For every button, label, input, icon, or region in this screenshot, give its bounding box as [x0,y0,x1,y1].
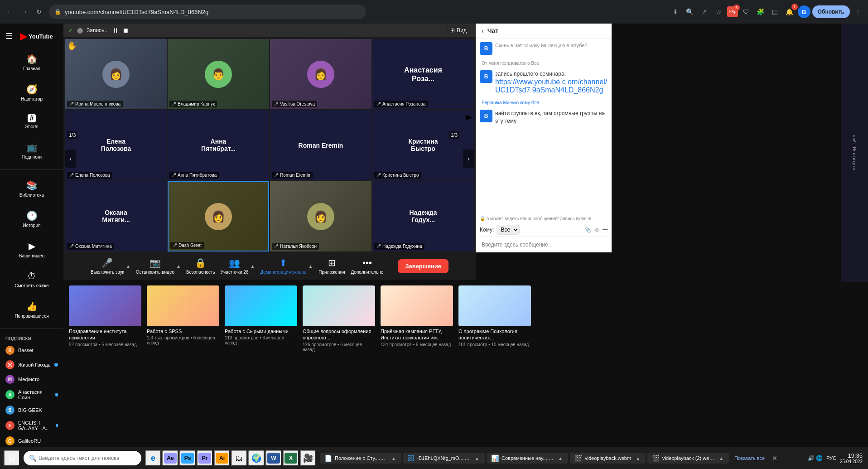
sidebar-item-library[interactable]: 📚 Библиотека [0,174,63,204]
dl-caret-5-icon[interactable]: ▲ [719,456,723,461]
taskbar-zoom-button[interactable]: 🎥 [300,450,316,466]
taskbar-chrome-button[interactable]: 🌍 [248,450,265,466]
star-icon[interactable]: ☆ [713,5,725,18]
play-icon[interactable]: ▶ [466,112,472,122]
start-button[interactable]: ⊞ [4,450,20,466]
to-select[interactable]: Все [497,225,520,235]
sidebar-item-navigator[interactable]: 🧭 Навигатор [0,77,63,108]
taskbar-ai-button[interactable]: Ai [214,450,230,466]
chat-input[interactable] [480,240,608,250]
participants-button[interactable]: 👥 Участники 26 [221,257,249,275]
dl-caret-2-icon[interactable]: ▲ [475,456,479,461]
pagination-left-button[interactable]: ‹ [65,150,76,168]
refresh-button[interactable]: ↻ [33,5,45,18]
yt-video-card-2[interactable]: Работа с SPSS 1,3 тыс. просмотров • 6 ме… [147,285,219,352]
download-item-4[interactable]: 🎬 videoplayback.webm ▲ [570,453,646,464]
library-icon: 📚 [26,180,38,191]
mute-caret-icon[interactable]: ▲ [126,264,130,269]
end-meeting-button[interactable]: Завершение [398,259,448,273]
update-button[interactable]: Обновить [812,5,850,18]
video-caret-icon[interactable]: ▲ [176,264,181,269]
notification-bell[interactable]: 🔔 1 [783,5,796,18]
download-item-5[interactable]: 🎬 videoplayback (2).webm ▲ [647,453,729,464]
vladimir-video: 👨 [168,39,269,109]
profile-avatar[interactable]: B [798,5,810,18]
pagination-right-button[interactable]: › [463,150,474,168]
sidebar-channel-english[interactable]: E ENGLISH GALAXY - А... [0,417,63,434]
sidebar-item-your-videos[interactable]: ▶ Ваши видео [0,234,63,265]
security-button[interactable]: 🔒 Безопасность [186,257,215,275]
search-icon[interactable]: 🔍 [684,5,696,18]
abp-extension[interactable]: ABp 6 [727,6,738,17]
sidebar-home-label: Главная [23,66,40,71]
video-button[interactable]: 📷 Остановить видео [136,257,174,275]
taskbar-word-button[interactable]: W [265,450,282,466]
yt-thumb-image-5 [381,285,453,326]
browser-actions: ⬇ 🔍 ↗ ☆ ABp 6 🛡 🧩 ▤ 🔔 1 B Обновить ⋮ [669,5,864,18]
download-icon[interactable]: ⬇ [669,5,682,18]
taskbar-excel-button[interactable]: X [283,450,299,466]
view-button[interactable]: ⊞ Вид [446,25,471,35]
taskbar-edge-button[interactable]: e [145,450,161,466]
emoji-icon[interactable]: ☺ [594,227,599,233]
sidebar-channel-biggeek[interactable]: B BIG GEEK [0,403,63,417]
back-button[interactable]: ← [4,5,16,18]
layout-icon[interactable]: ▤ [769,5,781,18]
share-screen-button[interactable]: ⬆ Демонстрация экрана [260,257,306,275]
taskbar-ae-button[interactable]: Ae [162,450,178,466]
yt-video-card-3[interactable]: Работа с Сырыми данными 110 просмотров •… [225,285,297,352]
yt-video-card-6[interactable]: О программе Психология политических... 1… [458,285,531,352]
download-item-3[interactable]: 📊 Современные нау....ppt ▲ [487,453,568,464]
show-all-button[interactable]: Показать все [731,455,768,461]
shield-extension-icon[interactable]: 🛡 [740,5,752,18]
sidebar-channel-galileo[interactable]: G GalileoRU [0,434,63,447]
sidebar-item-history[interactable]: 🕐 История [0,204,63,234]
address-bar[interactable]: 🔒 youtube.com/channel/UC1DTsd79aSmaN4LD_… [49,5,366,19]
zoom-pause-icon[interactable]: ⏸ [112,27,119,34]
sidebar-channel-mefisto[interactable]: М Мефисто [0,372,63,387]
more-options-icon[interactable]: ••• [602,227,608,233]
sidebar-item-liked[interactable]: 👍 Понравившиеся [0,295,63,325]
dl-caret-4-icon[interactable]: ▲ [636,456,640,461]
dl-caret-3-icon[interactable]: ▲ [558,456,563,461]
apps-button[interactable]: ⊞ Приложения [318,257,345,275]
mute-button[interactable]: 🎤 Выключить звук [91,257,124,275]
sidebar-item-subscriptions[interactable]: 📺 Подписки [0,135,63,166]
taskbar-filemanager-button[interactable]: 🗂 [231,450,247,466]
taskbar-close-icon[interactable]: ✕ [768,454,781,462]
sidebar-channel-zhivoy[interactable]: Ж Живой Гвоздь [0,358,63,372]
liked-icon: 👍 [26,301,38,312]
sidebar-channel-anastasia[interactable]: А Анастасия Соин... [0,387,63,403]
taskbar-pr-button[interactable]: Pr [197,450,213,466]
msg2-link[interactable]: https://www.youtube.c om/channel/UC1DTsd… [495,78,607,94]
puzzle-icon[interactable]: 🧩 [754,5,767,18]
zoom-bottom-bar: 🎤 Выключить звук ▲ 📷 Остановить видео ▲ … [63,252,476,280]
irina-name: 🎤 Ирина Масленникова [67,101,123,107]
sidebar-item-watch-later[interactable]: ⏱ Смотреть позже [0,265,63,295]
sidebar-item-shorts[interactable]: # Shorts [0,108,63,135]
participants-caret-icon[interactable]: ▲ [250,264,255,269]
share-caret-icon[interactable]: ▲ [309,264,313,269]
date-display: 25.04.2022 [840,459,863,464]
search-icon: 🔍 [29,454,37,462]
zoom-stop-icon[interactable]: ⏹ [122,27,129,34]
download-item-2[interactable]: 🖼 -B1EhLQXNtg_mO....jpg ▲ [403,453,485,464]
more-options-icon[interactable]: ⋮ [852,5,864,18]
chat-collapse-icon[interactable]: ‹ [482,27,484,34]
yt-video-card-5[interactable]: Приёмная кампания РГТУ, Институт психоло… [381,285,453,352]
view-label: Вид [457,27,467,34]
sidebar-channel-basset[interactable]: B Basset [0,343,63,358]
taskbar-search-input[interactable] [39,455,136,461]
yt-video-card-1[interactable]: Поздравление института психологии 52 про… [69,285,141,352]
sidebar-item-home[interactable]: 🏠 Главная [0,47,63,77]
yt-video-card-4[interactable]: Общие вопросы оформления опросного... 12… [303,285,375,352]
clip-icon[interactable]: 📎 [584,227,591,233]
taskbar-ps-button[interactable]: Ps [179,450,196,466]
tray-time[interactable]: 19:35 25.04.2022 [840,452,863,464]
hamburger-menu[interactable]: ☰ [5,31,13,41]
dl-caret-1-icon[interactable]: ▲ [391,456,396,461]
more-button[interactable]: ••• Дополнительно [351,258,383,275]
forward-button[interactable]: → [18,5,31,18]
download-item-1[interactable]: 📄 Положение о Сту....pdf ▲ [320,453,401,464]
share-icon[interactable]: ↗ [698,5,711,18]
